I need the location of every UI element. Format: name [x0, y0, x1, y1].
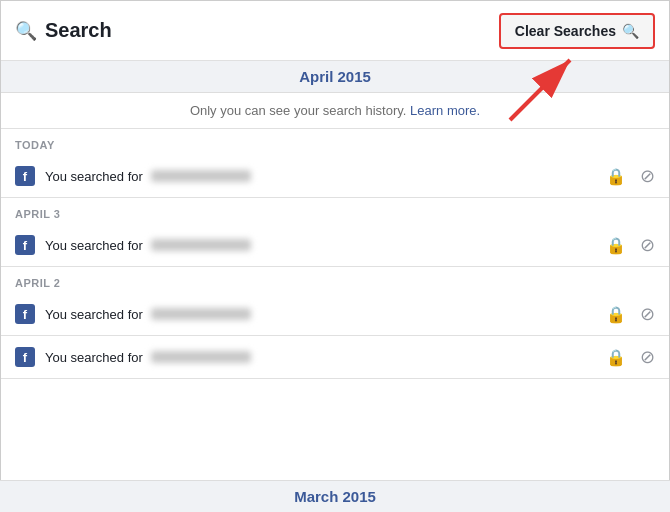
- entry-actions-2: 🔒 ⊘: [606, 234, 655, 256]
- entry-text-2: You searched for: [45, 238, 606, 253]
- lock-icon-4[interactable]: 🔒: [606, 348, 626, 367]
- search-icon: 🔍: [15, 20, 37, 42]
- page-title: Search: [45, 19, 112, 42]
- notice-bar: Only you can see your search history. Le…: [1, 93, 669, 129]
- search-entry-4: f You searched for 🔒 ⊘: [1, 336, 669, 379]
- learn-more-link[interactable]: Learn more.: [410, 103, 480, 118]
- search-entry-3: f You searched for 🔒 ⊘: [1, 293, 669, 336]
- lock-icon-3[interactable]: 🔒: [606, 305, 626, 324]
- page-header: 🔍 Search Clear Searches 🔍: [1, 1, 669, 61]
- entry-actions-3: 🔒 ⊘: [606, 303, 655, 325]
- month-band-march: March 2015: [0, 480, 670, 512]
- remove-icon-4[interactable]: ⊘: [640, 346, 655, 368]
- facebook-icon-1: f: [15, 166, 35, 186]
- entry-text-1: You searched for: [45, 169, 606, 184]
- month-band-april: April 2015: [1, 61, 669, 93]
- blurred-name-4: [151, 351, 251, 363]
- section-label-april2: APRIL 2: [1, 267, 669, 293]
- clear-searches-label: Clear Searches: [515, 23, 616, 39]
- lock-icon-1[interactable]: 🔒: [606, 167, 626, 186]
- clear-searches-button[interactable]: Clear Searches 🔍: [499, 13, 655, 49]
- remove-icon-3[interactable]: ⊘: [640, 303, 655, 325]
- header-left: 🔍 Search: [15, 19, 112, 42]
- blurred-name-3: [151, 308, 251, 320]
- entry-actions-4: 🔒 ⊘: [606, 346, 655, 368]
- blurred-name-2: [151, 239, 251, 251]
- search-entry-2: f You searched for 🔒 ⊘: [1, 224, 669, 267]
- facebook-icon-2: f: [15, 235, 35, 255]
- entry-text-3: You searched for: [45, 307, 606, 322]
- lock-icon-2[interactable]: 🔒: [606, 236, 626, 255]
- entry-actions-1: 🔒 ⊘: [606, 165, 655, 187]
- entry-text-4: You searched for: [45, 350, 606, 365]
- blurred-name-1: [151, 170, 251, 182]
- notice-text: Only you can see your search history.: [190, 103, 407, 118]
- remove-icon-1[interactable]: ⊘: [640, 165, 655, 187]
- section-label-april3: APRIL 3: [1, 198, 669, 224]
- facebook-icon-3: f: [15, 304, 35, 324]
- search-entry-1: f You searched for 🔒 ⊘: [1, 155, 669, 198]
- clear-searches-icon: 🔍: [622, 23, 639, 39]
- facebook-icon-4: f: [15, 347, 35, 367]
- remove-icon-2[interactable]: ⊘: [640, 234, 655, 256]
- section-label-today: TODAY: [1, 129, 669, 155]
